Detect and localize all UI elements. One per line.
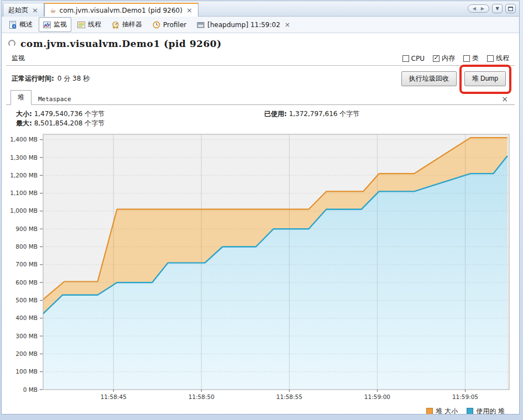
checkbox-memory[interactable]: 内存: [433, 54, 455, 63]
tab-application[interactable]: ☕ com.jvm.visualvm.Demo1 (pid 9260) ×: [44, 3, 198, 17]
svg-text:11:58:55: 11:58:55: [276, 393, 302, 400]
profiler-clock-icon: [153, 21, 160, 29]
heapdump-icon: [197, 21, 205, 29]
application-window: 起始页 × ☕ com.jvm.visualvm.Demo1 (pid 9260…: [1, 1, 520, 414]
metric-checkbox-group: CPU 内存 类 线程: [402, 54, 509, 63]
uptime-value: 0 分 38 秒: [57, 74, 90, 83]
size-label: 大小:: [16, 110, 32, 118]
svg-text:1,300 MB: 1,300 MB: [10, 154, 38, 161]
heap-max-stat: 最大: 8,501,854,208 个字节: [16, 119, 519, 128]
svg-text:1,100 MB: 1,100 MB: [10, 190, 38, 196]
tab-heap[interactable]: 堆: [11, 90, 32, 105]
heap-usage-chart: 0 MB100 MB200 MB300 MB400 MB500 MB600 MB…: [2, 133, 520, 405]
svg-text:800 MB: 800 MB: [15, 243, 38, 250]
legend-label: 堆 大小: [436, 407, 458, 415]
chevron-down-icon: ▼: [495, 6, 499, 11]
window-tab-strip: 起始页 × ☕ com.jvm.visualvm.Demo1 (pid 9260…: [2, 1, 519, 17]
maximize-icon: [508, 7, 513, 11]
size-value: 1,479,540,736 个字节: [34, 110, 105, 118]
toolbar-profiler-button[interactable]: Profiler: [148, 18, 191, 32]
heap-dump-wrap: 堆 Dump: [464, 71, 506, 86]
view-toolbar: 概述 监视 线程 抽样器 Profiler [heapdump] 11:59:0…: [2, 17, 519, 33]
svg-text:200 MB: 200 MB: [15, 350, 38, 357]
tab-list-dropdown-button[interactable]: ▼: [492, 4, 503, 13]
toolbar-monitor-button[interactable]: 监视: [39, 17, 71, 32]
checkbox-label: 内存: [442, 54, 455, 63]
svg-text:11:59:00: 11:59:00: [364, 393, 390, 400]
used-heap-swatch: [467, 408, 473, 414]
overview-icon: [9, 21, 17, 29]
threads-icon: [77, 21, 85, 29]
svg-text:11:58:50: 11:58:50: [189, 393, 215, 400]
monitor-section-label: 监视: [12, 54, 25, 63]
tab-label: com.jvm.visualvm.Demo1 (pid 9260): [60, 7, 182, 14]
checkbox-box: [433, 55, 440, 62]
java-coffee-icon: ☕: [50, 7, 56, 14]
sampler-gauge-icon: [112, 21, 119, 29]
action-buttons: 执行垃圾回收 堆 Dump: [401, 71, 510, 86]
svg-text:1,000 MB: 1,000 MB: [10, 207, 38, 214]
chart-legend: 堆 大小 使用的 堆: [2, 407, 519, 414]
legend-item-heap-size: 堆 大小: [426, 407, 458, 415]
checkbox-label: 线程: [496, 54, 509, 63]
heap-stats: 大小: 1,479,540,736 个字节 最大: 8,501,854,208 …: [2, 105, 519, 133]
svg-text:1,400 MB: 1,400 MB: [10, 136, 38, 143]
toolbar-button-label: 概述: [19, 20, 33, 29]
checkbox-cpu[interactable]: CPU: [402, 55, 425, 62]
run-gc-button[interactable]: 执行垃圾回收: [401, 71, 457, 86]
tab-strip-controls: ◀ ▶ ▼: [468, 4, 519, 13]
close-icon[interactable]: ×: [501, 95, 510, 104]
svg-text:300 MB: 300 MB: [15, 333, 38, 339]
svg-text:900 MB: 900 MB: [15, 225, 38, 232]
checkbox-threads[interactable]: 线程: [487, 54, 509, 63]
heap-chart-area: 0 MB100 MB200 MB300 MB400 MB500 MB600 MB…: [2, 133, 519, 406]
memory-tab-row: 堆 Metaspace ×: [6, 91, 515, 105]
toolbar-overview-button[interactable]: 概述: [4, 17, 37, 32]
checkbox-box: [463, 55, 470, 62]
toolbar-sampler-button[interactable]: 抽样器: [107, 17, 147, 32]
toolbar-button-label: 监视: [54, 20, 67, 29]
svg-text:400 MB: 400 MB: [15, 314, 38, 321]
svg-text:11:58:45: 11:58:45: [101, 393, 127, 400]
svg-text:100 MB: 100 MB: [15, 368, 38, 375]
max-value: 8,501,854,208 个字节: [34, 119, 105, 127]
svg-text:500 MB: 500 MB: [15, 297, 38, 303]
svg-text:11:59:05: 11:59:05: [452, 393, 478, 400]
monitor-chart-icon: [43, 21, 51, 29]
svg-text:600 MB: 600 MB: [15, 279, 38, 286]
title-row: com.jvm.visualvm.Demo1 (pid 9260): [2, 33, 519, 51]
maximize-button[interactable]: [505, 4, 516, 13]
used-label: 已使用:: [264, 110, 287, 118]
tab-start-page[interactable]: 起始页 ×: [3, 3, 44, 17]
page-title: com.jvm.visualvm.Demo1 (pid 9260): [20, 38, 222, 49]
toolbar-button-label: [heapdump] 11:59:02: [207, 21, 280, 29]
used-value: 1,372,797,616 个字节: [289, 110, 360, 118]
uptime-label: 正常运行时间:: [12, 74, 54, 83]
scroll-right-icon[interactable]: ▶: [481, 6, 484, 11]
monitor-section-bar: 监视 CPU 内存 类 线程: [6, 51, 515, 66]
toolbar-threads-button[interactable]: 线程: [73, 17, 106, 32]
close-icon[interactable]: ×: [186, 7, 193, 14]
heap-size-swatch: [426, 408, 433, 414]
tab-scroll-buttons: ◀ ▶: [468, 4, 489, 13]
close-icon[interactable]: ×: [285, 21, 290, 29]
toolbar-button-label: 抽样器: [122, 20, 142, 29]
uptime-row: 正常运行时间: 0 分 38 秒 执行垃圾回收 堆 Dump: [2, 66, 519, 91]
svg-text:700 MB: 700 MB: [15, 261, 38, 267]
checkbox-classes[interactable]: 类: [463, 54, 479, 63]
checkbox-box: [402, 55, 409, 62]
checkbox-label: CPU: [411, 55, 425, 62]
svg-text:0 MB: 0 MB: [23, 386, 38, 393]
toolbar-button-label: Profiler: [163, 21, 186, 29]
checkbox-label: 类: [472, 54, 479, 63]
legend-label: 使用的 堆: [476, 407, 505, 415]
heap-dump-button[interactable]: 堆 Dump: [464, 71, 506, 86]
tab-label: 起始页: [8, 6, 28, 15]
tab-metaspace[interactable]: Metaspace: [32, 93, 78, 105]
heap-used-stat: 已使用: 1,372,797,616 个字节: [264, 109, 359, 119]
loading-spinner-icon: [8, 40, 15, 47]
scroll-left-icon[interactable]: ◀: [473, 6, 476, 11]
toolbar-heapdump-button[interactable]: [heapdump] 11:59:02 ×: [192, 18, 295, 32]
close-icon[interactable]: ×: [32, 7, 39, 14]
legend-item-used-heap: 使用的 堆: [467, 407, 505, 415]
